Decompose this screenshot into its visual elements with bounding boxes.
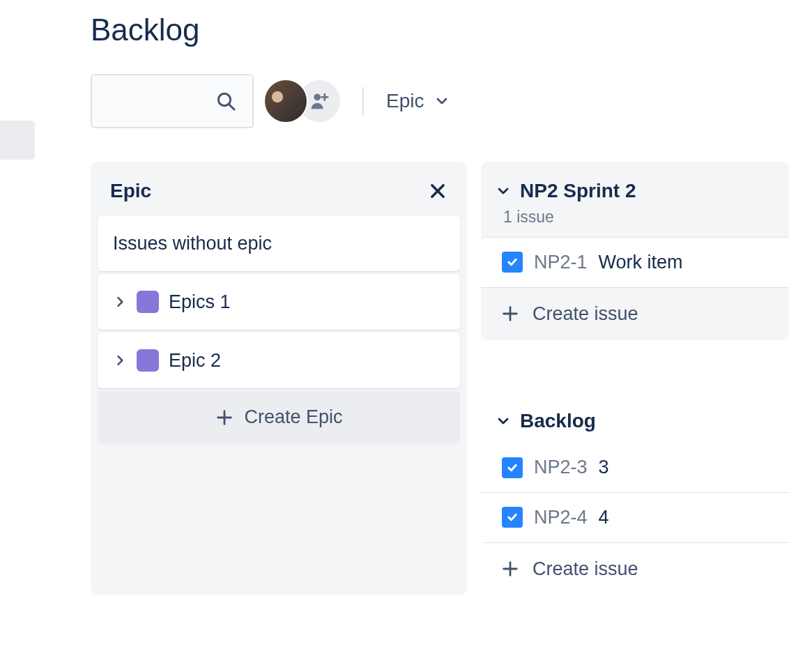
- issues-without-epic-label: Issues without epic: [113, 233, 272, 254]
- task-icon: [502, 507, 523, 528]
- plus-icon: [215, 408, 234, 427]
- epic-name: Epics 1: [169, 291, 231, 313]
- search-input[interactable]: [91, 74, 254, 128]
- issue-key: NP2-4: [534, 507, 588, 528]
- epic-filter-dropdown[interactable]: Epic: [386, 90, 450, 112]
- chevron-down-icon: [495, 413, 512, 429]
- backlog-header[interactable]: Backlog: [481, 410, 789, 443]
- issue-title: Work item: [599, 252, 683, 273]
- issue-title: 3: [599, 457, 609, 478]
- issue-key: NP2-3: [534, 457, 588, 478]
- chevron-down-icon: [434, 93, 450, 109]
- create-epic-button[interactable]: Create Epic: [98, 391, 460, 443]
- create-issue-label: Create issue: [533, 303, 638, 325]
- sprint-name: NP2 Sprint 2: [520, 180, 636, 202]
- create-issue-label: Create issue: [533, 558, 638, 580]
- backlog-section: Backlog NP2-3 3 NP2-4: [481, 410, 789, 595]
- issue-title: 4: [599, 507, 609, 528]
- epic-color-swatch: [137, 291, 159, 313]
- task-icon: [502, 252, 523, 273]
- epic-panel-title: Epic: [110, 180, 151, 202]
- sidebar-collapsed-item[interactable]: [0, 121, 35, 160]
- epic-color-swatch: [137, 349, 159, 372]
- add-person-icon: [307, 89, 331, 113]
- issue-row[interactable]: NP2-1 Work item: [481, 237, 789, 288]
- epic-row[interactable]: Epics 1: [98, 274, 460, 330]
- plus-icon: [500, 559, 520, 579]
- chevron-right-icon: [113, 295, 127, 309]
- svg-point-2: [314, 94, 321, 101]
- sprint-subtitle: 1 issue: [481, 202, 789, 238]
- chevron-down-icon: [495, 183, 512, 199]
- backlog-name: Backlog: [520, 410, 596, 432]
- search-icon: [215, 90, 237, 112]
- epic-filter-label: Epic: [386, 90, 424, 112]
- sidebar-divider: [52, 0, 54, 672]
- close-icon[interactable]: [428, 181, 447, 201]
- create-epic-label: Create Epic: [244, 406, 342, 428]
- task-icon: [502, 457, 523, 478]
- avatar[interactable]: [263, 79, 308, 123]
- chevron-right-icon: [113, 353, 127, 367]
- svg-line-1: [229, 105, 234, 109]
- create-issue-button[interactable]: Create issue: [481, 543, 789, 595]
- issues-without-epic[interactable]: Issues without epic: [98, 216, 460, 271]
- issue-row[interactable]: NP2-4 4: [481, 492, 789, 543]
- create-issue-button[interactable]: Create issue: [481, 288, 789, 340]
- sprint-section: NP2 Sprint 2 1 issue NP2-1 Work item Cre…: [481, 162, 789, 340]
- issue-row[interactable]: NP2-3 3: [481, 443, 789, 494]
- issue-key: NP2-1: [534, 252, 588, 273]
- page-title: Backlog: [91, 13, 789, 47]
- toolbar-divider: [362, 87, 364, 115]
- epic-name: Epic 2: [169, 350, 221, 372]
- epic-panel: Epic Issues without epic Epics 1 Epic 2 …: [91, 162, 467, 595]
- toolbar: Epic: [91, 74, 789, 128]
- sprint-header[interactable]: NP2 Sprint 2: [481, 173, 789, 202]
- avatar-stack: [263, 79, 340, 123]
- plus-icon: [500, 304, 520, 323]
- epic-row[interactable]: Epic 2: [98, 333, 460, 388]
